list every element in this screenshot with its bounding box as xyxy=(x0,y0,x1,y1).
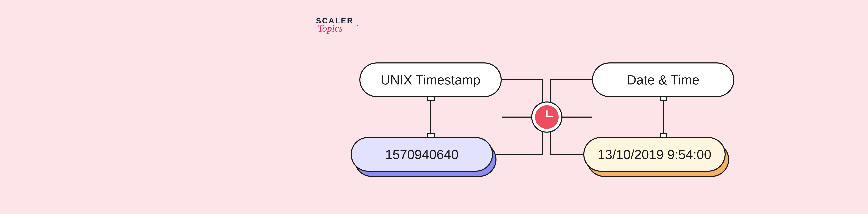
unix-timestamp-label-node: UNIX Timestamp xyxy=(359,63,502,97)
connector-line xyxy=(502,79,544,80)
unix-timestamp-value-node: 1570940640 xyxy=(351,137,493,172)
datetime-value-node: 13/10/2019 9:54:00 xyxy=(583,137,726,172)
unix-value-text: 1570940640 xyxy=(385,147,459,162)
clock-hand-minute xyxy=(547,116,553,117)
connector-line xyxy=(550,79,592,80)
clock-icon xyxy=(531,102,562,133)
connector-line xyxy=(550,154,583,155)
clock-face xyxy=(535,105,559,129)
unix-label-text: UNIX Timestamp xyxy=(381,72,480,87)
timestamp-conversion-diagram: UNIX Timestamp 1570940640 Date & Time 13… xyxy=(351,63,734,184)
datetime-label-text: Date & Time xyxy=(627,72,700,87)
connector-line xyxy=(493,154,544,155)
scaler-topics-logo: SCALER Topics xyxy=(316,16,353,34)
logo-dot xyxy=(356,25,358,26)
datetime-label-node: Date & Time xyxy=(592,63,734,97)
connector-line xyxy=(663,96,664,137)
datetime-value-text: 13/10/2019 9:54:00 xyxy=(597,147,711,162)
connector-line xyxy=(430,96,431,137)
